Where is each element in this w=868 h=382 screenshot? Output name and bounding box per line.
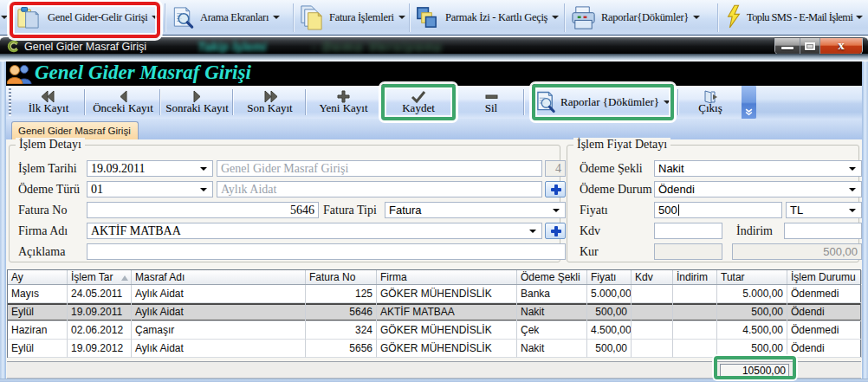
chevron-down-icon: [856, 16, 863, 19]
last-record-button[interactable]: Son Kayıt: [235, 87, 305, 118]
previous-record-button[interactable]: Önceki Kayıt: [87, 87, 159, 118]
aciklama-input[interactable]: [87, 243, 566, 260]
menu-raporlar-dokumler[interactable]: Raporlar{Dökümler}: [569, 0, 700, 35]
table-cell: 500,00: [587, 340, 632, 358]
close-button[interactable]: x: [820, 38, 862, 55]
table-row[interactable]: Haziran02.06.2012Çamaşır324GÖKER MÜHENDİ…: [8, 321, 860, 340]
table-cell: GÖKER MÜHENDİSLİK: [377, 340, 517, 358]
exit-button[interactable]: Çıkış: [680, 87, 741, 118]
menu-label: Fatura İşlemleri: [329, 11, 394, 24]
aciklama-label: Açıklama: [18, 243, 65, 260]
firma-adi-combo[interactable]: AKTİF MATBAA: [87, 223, 542, 239]
blurred-text: - Demo Versiyonu: [312, 39, 443, 54]
child-window: Genel Gider Masraf Girişi Takip İşlemi -…: [0, 36, 868, 382]
add-firma-button[interactable]: [545, 223, 566, 239]
first-record-button[interactable]: İlk Kayıt: [13, 87, 84, 118]
separator: [84, 89, 85, 115]
toolbar-overflow-stub[interactable]: [0, 0, 8, 35]
kdv-input[interactable]: [654, 223, 722, 239]
kur-input[interactable]: [654, 243, 722, 260]
odeme-sekli-label: Ödeme Şekli: [580, 160, 643, 177]
menu-label: Toplu SMS - E-Mail İşlemi: [747, 11, 852, 24]
table-cell: Ödendi: [787, 340, 862, 358]
table-cell: 4.500,00: [587, 321, 632, 340]
next-record-button[interactable]: Sonraki Kayıt: [162, 87, 232, 118]
table-cell: Aylık Aidat: [132, 340, 306, 358]
green-annotation-box-reports: [532, 84, 674, 120]
column-header[interactable]: Masraf Adı: [132, 270, 306, 284]
column-header[interactable]: Tutar: [717, 270, 787, 284]
table-cell: Ödendi: [787, 303, 862, 321]
table-cell: Çek: [517, 321, 587, 340]
para-birimi-combo[interactable]: TL: [786, 202, 862, 218]
tab-genel-gider-masraf-girisi[interactable]: Genel Gider Masraf Girişi: [11, 121, 139, 139]
table-row[interactable]: Mayıs24.05.2011Aylık Aidat125GÖKER MÜHEN…: [8, 285, 860, 303]
table-cell: Eylül: [8, 340, 68, 358]
odeme-durum-combo[interactable]: Ödendi: [654, 181, 862, 197]
menu-label: Arama Ekranları: [200, 11, 269, 24]
table-cell: 5.000,00: [587, 285, 632, 303]
menu-parmak-izi-kartli-gecis[interactable]: Parmak İzi - Kartlı Geçiş: [414, 0, 559, 35]
search-screens-icon: [171, 5, 195, 30]
separator: [165, 3, 165, 32]
minimize-icon: [781, 47, 794, 49]
table-cell: [632, 303, 673, 321]
maximize-button[interactable]: [800, 38, 820, 55]
odeme-durum-label: Ödeme Durum: [580, 181, 652, 197]
fatura-tipi-combo[interactable]: Fatura: [385, 202, 566, 218]
separator: [677, 89, 678, 115]
odeme-turu-combo[interactable]: 01: [87, 181, 213, 197]
column-header[interactable]: Fiyatı: [587, 270, 632, 284]
islem-tarihi-combo[interactable]: 19.09.2011: [87, 160, 213, 177]
table-cell: Aylık Aidat: [132, 285, 306, 303]
table-cell: GÖKER MÜHENDİSLİK: [377, 285, 517, 303]
table-cell: 19.09.2011: [68, 303, 132, 321]
delete-button[interactable]: Sil: [459, 87, 523, 118]
lightning-icon: [724, 4, 743, 30]
chevron-down-icon: [745, 108, 753, 116]
window-controls: x: [774, 38, 863, 55]
form-area: İşlem Detayı İşlem Fiyat Detayı İşlem Ta…: [6, 139, 862, 266]
users-icon: [7, 64, 33, 84]
fiyati-input[interactable]: 500: [654, 202, 782, 218]
record-toolbar: İlk Kayıt Önceki Kayıt Sonraki Kayıt: [6, 86, 862, 119]
add-odeme-turu-button[interactable]: [545, 181, 566, 197]
new-record-button[interactable]: Yeni Kayıt: [308, 87, 379, 118]
chevron-down-icon: [398, 16, 405, 19]
toolbar-overflow-button[interactable]: [742, 86, 756, 119]
column-header[interactable]: Fatura No: [306, 270, 377, 284]
red-annotation-box: [10, 2, 160, 38]
toolbar-grip[interactable]: [9, 88, 11, 116]
column-header[interactable]: Ay: [8, 270, 68, 284]
odeme-turu-adi-input[interactable]: Aylık Aidat: [217, 181, 542, 197]
table-cell: 5656: [306, 340, 377, 358]
indirim-input[interactable]: [784, 223, 862, 239]
fatura-no-input[interactable]: 5646: [87, 202, 319, 218]
table-cell: [632, 285, 673, 303]
table-cell: Mayıs: [8, 285, 68, 303]
column-header[interactable]: Firma: [377, 270, 517, 284]
close-icon: x: [820, 38, 862, 53]
kayit-no-box: 4: [545, 160, 566, 177]
menu-toplu-sms-email[interactable]: Toplu SMS - E-Mail İşlemi: [724, 0, 863, 35]
sort-ascending-icon: [121, 275, 128, 281]
odeme-sekli-combo[interactable]: Nakit: [654, 160, 862, 177]
table-cell: 500,00: [587, 303, 632, 321]
id-cards-icon: [414, 5, 439, 30]
column-header[interactable]: İşlem Durumu: [787, 270, 862, 284]
minimize-button[interactable]: [775, 38, 800, 55]
column-header[interactable]: Kdv: [632, 270, 673, 284]
group-title: İşlem Fiyat Detayı: [573, 138, 670, 152]
menu-arama-ekranlari[interactable]: Arama Ekranları: [171, 0, 280, 35]
green-annotation-box-total: [714, 356, 796, 379]
menu-fatura-islemleri[interactable]: Fatura İşlemleri: [298, 0, 405, 35]
column-header[interactable]: İşlem Tar: [68, 270, 132, 284]
column-header[interactable]: Ödeme Şekli: [517, 270, 587, 284]
islem-adi-input[interactable]: Genel Gider Masraf Girişi: [217, 160, 542, 177]
menu-label: Parmak İzi - Kartlı Geçiş: [445, 11, 547, 24]
table-row-selected[interactable]: Eylül19.09.2011Aylık Aidat5646AKTİF MATB…: [8, 303, 860, 321]
separator: [305, 89, 306, 115]
column-header[interactable]: İndirim: [673, 270, 717, 284]
grid-header-row: Ayİşlem TarMasraf AdıFatura NoFirmaÖdeme…: [8, 270, 860, 285]
table-row[interactable]: Eylül19.09.2012Aylık Aidat5656GÖKER MÜHE…: [8, 340, 860, 358]
